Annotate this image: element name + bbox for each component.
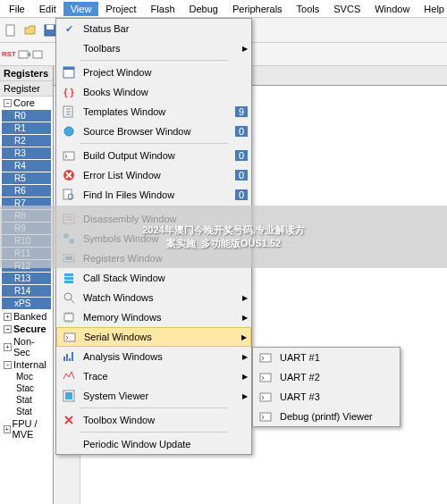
step-icon[interactable]: [32, 48, 45, 61]
menu-project-window[interactable]: Project Window: [56, 63, 251, 82]
svg-rect-26: [260, 354, 271, 362]
menu-serial[interactable]: Serial Windows▶: [56, 327, 251, 347]
submenu-uart2[interactable]: UART #2: [253, 367, 400, 387]
register-R2[interactable]: R2: [2, 135, 51, 147]
register-xPS[interactable]: xPS: [2, 298, 51, 309]
menu-build-output[interactable]: Build Output Window0: [56, 146, 251, 165]
svg-rect-19: [64, 277, 73, 280]
menu-system-viewer[interactable]: System Viewer▶: [56, 386, 251, 406]
register-R1[interactable]: R1: [2, 122, 51, 134]
menu-toolbars[interactable]: Toolbars▶: [56, 38, 251, 58]
registers-title: Registers: [0, 66, 53, 81]
run-icon[interactable]: [18, 48, 30, 61]
menu-watch[interactable]: Watch Windows▶: [56, 288, 251, 307]
internal-node[interactable]: −Internal: [0, 358, 53, 371]
menu-books-window[interactable]: { }Books Window: [56, 82, 251, 102]
secure-node[interactable]: −Secure: [0, 323, 53, 335]
menu-help[interactable]: Help: [417, 2, 447, 16]
menu-find-in-files[interactable]: Find In Files Window0: [56, 185, 251, 205]
submenu-uart1[interactable]: UART #1: [253, 348, 400, 367]
menu-periodic-update[interactable]: Periodic Window Update: [56, 434, 251, 454]
menu-status-bar[interactable]: ✔Status Bar: [56, 19, 251, 38]
svg-rect-11: [63, 152, 74, 160]
svg-rect-4: [33, 51, 42, 58]
menu-source-browser[interactable]: Source Browser Window0: [56, 122, 251, 141]
svg-rect-25: [65, 392, 72, 399]
registers-panel: Registers Register −Core R0R1R2R3R4R5R6R…: [0, 66, 54, 504]
register-R0[interactable]: R0: [2, 110, 51, 122]
menu-tools[interactable]: Tools: [290, 2, 327, 16]
reg-sub-item[interactable]: Stac: [0, 382, 53, 394]
register-R13[interactable]: R13: [2, 273, 51, 284]
svg-rect-3: [19, 51, 28, 58]
menu-svcs[interactable]: SVCS: [326, 2, 367, 16]
svg-rect-22: [64, 314, 73, 321]
open-icon[interactable]: [21, 21, 39, 39]
svg-rect-23: [64, 333, 75, 341]
rst-icon[interactable]: RST: [2, 50, 16, 58]
menu-memory[interactable]: Memory Windows▶: [56, 307, 251, 327]
menu-file[interactable]: File: [2, 2, 32, 16]
menu-peripherals[interactable]: Peripherals: [225, 2, 290, 16]
svg-rect-8: [63, 67, 74, 70]
svg-point-10: [64, 127, 73, 136]
submenu-debug-printf[interactable]: Debug (printf) Viewer: [253, 407, 400, 426]
svg-rect-20: [64, 281, 73, 283]
menu-templates-window[interactable]: Templates Window9: [56, 102, 251, 122]
menu-error-list[interactable]: Error List Window0: [56, 165, 251, 185]
svg-rect-27: [260, 374, 271, 382]
svg-rect-29: [260, 413, 271, 421]
reg-sub-item[interactable]: Stat: [0, 406, 53, 417]
menu-trace[interactable]: Trace▶: [56, 366, 251, 386]
register-R6[interactable]: R6: [2, 185, 51, 197]
menu-project[interactable]: Project: [98, 2, 143, 16]
fpu-node[interactable]: +FPU / MVE: [0, 417, 53, 441]
reg-sub-item[interactable]: Stat: [0, 394, 53, 406]
banked-node[interactable]: +Banked: [0, 310, 53, 323]
register-R4[interactable]: R4: [2, 160, 51, 172]
register-R5[interactable]: R5: [2, 172, 51, 184]
register-R14[interactable]: R14: [2, 285, 51, 297]
svg-point-21: [64, 293, 72, 300]
core-node[interactable]: −Core: [0, 97, 53, 109]
menu-callstack[interactable]: Call Stack Window: [56, 268, 251, 288]
svg-rect-2: [46, 25, 54, 29]
menu-view[interactable]: View: [63, 2, 99, 16]
menu-window[interactable]: Window: [367, 2, 417, 16]
svg-rect-28: [260, 393, 271, 401]
menu-edit[interactable]: Edit: [32, 2, 63, 16]
overlay-banner: 2024年澳门今晚开奖号码,专业解读方案实施_多功能版OUS1.52: [0, 206, 447, 268]
serial-submenu: UART #1 UART #2 UART #3 Debug (printf) V…: [252, 347, 401, 427]
new-icon[interactable]: [2, 21, 20, 39]
register-R3[interactable]: R3: [2, 147, 51, 159]
menu-debug[interactable]: Debug: [182, 2, 225, 16]
reg-sub-item[interactable]: Moc: [0, 371, 53, 382]
submenu-uart3[interactable]: UART #3: [253, 387, 400, 407]
svg-rect-18: [64, 273, 73, 276]
nonsec-node[interactable]: +Non-Sec: [0, 335, 53, 358]
menubar: FileEditViewProjectFlashDebugPeripherals…: [0, 0, 447, 18]
svg-rect-0: [6, 25, 14, 36]
register-header: Register: [0, 81, 53, 97]
menu-analysis[interactable]: Analysis Windows▶: [56, 347, 251, 366]
menu-flash[interactable]: Flash: [144, 2, 182, 16]
menu-toolbox[interactable]: Toolbox Window: [56, 410, 251, 430]
